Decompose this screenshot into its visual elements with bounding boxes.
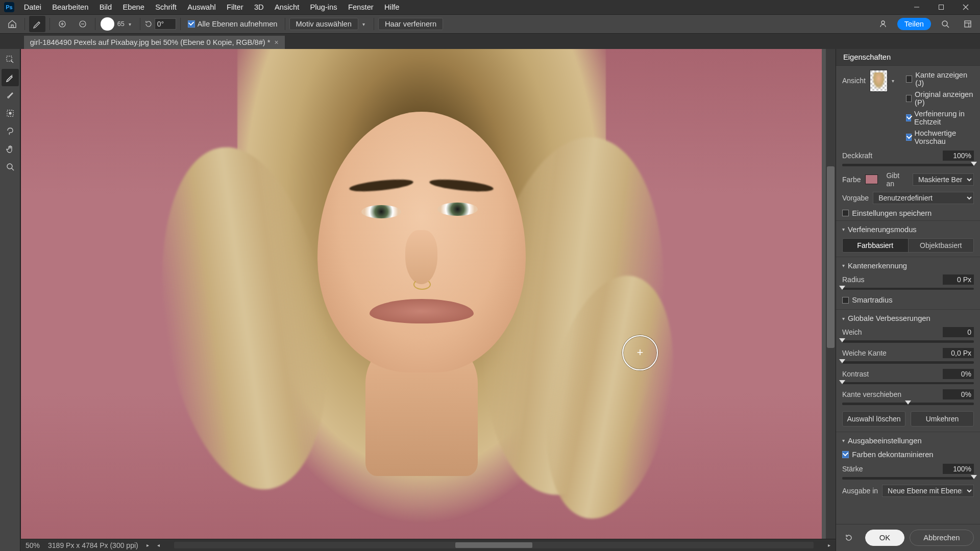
show-original-checkbox[interactable]: Original anzeigen (P) (906, 89, 974, 108)
feather-slider[interactable] (842, 361, 974, 364)
radius-slider[interactable] (842, 288, 974, 290)
sample-all-layers-checkbox[interactable]: Alle Ebenen aufnehmen (185, 20, 280, 28)
menu-ebene[interactable]: Ebene (117, 1, 150, 13)
preset-label: Vorgabe (842, 194, 869, 202)
chevron-down-icon: ▾ (842, 227, 845, 232)
checkbox-icon (842, 451, 849, 458)
menu-datei[interactable]: Datei (18, 1, 47, 13)
tab-close-icon[interactable]: × (275, 38, 279, 46)
select-subject-button[interactable]: Motiv auswählen (289, 18, 358, 30)
smooth-value[interactable]: 0 (943, 327, 974, 337)
shift-edge-value[interactable]: 0% (943, 389, 974, 399)
strength-slider[interactable] (842, 477, 974, 480)
opacity-slider[interactable] (842, 164, 974, 166)
smart-radius-checkbox[interactable]: Smartradius (842, 295, 893, 305)
checkbox-icon (188, 20, 194, 27)
document-tab[interactable]: girl-1846490 Pexels auf Pixabay.jpg bei … (24, 36, 285, 49)
brush-tool-icon[interactable] (2, 87, 19, 104)
brush-size-value: 65 (117, 20, 125, 28)
lasso-tool-icon[interactable] (2, 122, 19, 140)
brush-dropdown-icon[interactable]: ▾ (129, 21, 136, 27)
indicates-label: Gibt an (886, 171, 909, 188)
status-bar: 50% 3189 Px x 4784 Px (300 ppi) ▸ ◂ ▸ (20, 539, 836, 551)
indicates-select[interactable]: Maskierte Bereiche (913, 173, 974, 186)
checkbox-icon (906, 95, 912, 102)
sample-all-layers-label: Alle Ebenen aufnehmen (198, 20, 278, 28)
show-edge-checkbox[interactable]: Kante anzeigen (J) (906, 70, 974, 88)
status-prev-icon[interactable]: ◂ (157, 542, 160, 548)
invert-button[interactable]: Umkehren (911, 411, 974, 427)
menu-bearbeiten[interactable]: Bearbeiten (47, 1, 94, 13)
menu-hilfe[interactable]: Hilfe (379, 1, 405, 13)
preset-select[interactable]: Benutzerdefiniert (873, 192, 974, 204)
canvas-horizontal-scrollbar[interactable] (174, 542, 814, 548)
view-dropdown-icon[interactable]: ▾ (892, 78, 899, 84)
global-refinements-section[interactable]: ▾Globale Verbesserungen (836, 312, 980, 325)
home-icon[interactable] (4, 16, 20, 32)
share-button[interactable]: Teilen (897, 18, 931, 30)
opacity-value[interactable]: 100% (943, 151, 974, 161)
window-maximize-icon[interactable] (929, 0, 953, 14)
overlay-color-swatch[interactable] (865, 174, 878, 184)
output-settings-section[interactable]: ▾Ausgabeeinstellungen (836, 434, 980, 447)
smooth-slider[interactable] (842, 340, 974, 343)
reset-icon[interactable] (842, 531, 855, 545)
cloud-docs-icon[interactable] (875, 16, 891, 32)
workspace-switcher-icon[interactable] (960, 16, 976, 32)
view-mode-thumbnail[interactable] (870, 70, 888, 92)
canvas[interactable]: + (20, 49, 836, 539)
window-minimize-icon[interactable] (904, 0, 929, 14)
refine-hair-button[interactable]: Haar verfeinern (378, 18, 443, 30)
mode-object-button[interactable]: Objektbasiert (909, 239, 974, 252)
options-bar: 65 ▾ Alle Ebenen aufnehmen Motiv auswähl… (0, 14, 980, 34)
refine-edge-brush-tool-icon[interactable] (2, 69, 19, 86)
clear-selection-button[interactable]: Auswahl löschen (842, 411, 905, 427)
shift-edge-slider[interactable] (842, 403, 974, 405)
status-next-icon[interactable]: ▸ (828, 542, 830, 548)
svg-rect-1 (939, 5, 944, 10)
high-quality-checkbox[interactable]: Hochwertige Vorschau (906, 128, 974, 146)
decontaminate-colors-checkbox[interactable]: Farben dekontaminieren (842, 449, 934, 460)
document-image (21, 49, 822, 539)
menu-ansicht[interactable]: Ansicht (269, 1, 304, 13)
realtime-refine-checkbox[interactable]: Verfeinerung in Echtzeit (906, 109, 974, 127)
quick-select-tool-icon[interactable] (2, 51, 19, 68)
menu-bild[interactable]: Bild (94, 1, 117, 13)
properties-tab[interactable]: Eigenschaften (836, 49, 980, 66)
save-settings-checkbox[interactable]: Einstellungen speichern (842, 208, 932, 218)
ok-button[interactable]: OK (865, 530, 904, 546)
status-chevron-icon[interactable]: ▸ (146, 542, 149, 548)
menu-3d[interactable]: 3D (249, 1, 269, 13)
edge-detect-section[interactable]: ▾Kantenerkennung (836, 259, 980, 272)
rotation-input[interactable] (155, 18, 177, 30)
panel-footer: OK Abbrechen (836, 524, 980, 551)
strength-value[interactable]: 100% (943, 464, 974, 474)
tool-preset-icon[interactable] (29, 16, 45, 32)
zoom-level[interactable]: 50% (26, 541, 40, 549)
search-icon[interactable] (937, 16, 953, 32)
contrast-slider[interactable] (842, 382, 974, 385)
zoom-tool-icon[interactable] (2, 158, 19, 176)
canvas-vertical-scrollbar[interactable] (826, 49, 836, 539)
mode-color-button[interactable]: Farbbasiert (843, 239, 909, 252)
hand-tool-icon[interactable] (2, 140, 19, 158)
menu-auswahl[interactable]: Auswahl (182, 1, 222, 13)
menu-schrift[interactable]: Schrift (150, 1, 182, 13)
refine-mode-section[interactable]: ▾Verfeinerungsmodus (836, 223, 980, 236)
menu-filter[interactable]: Filter (221, 1, 249, 13)
menu-fenster[interactable]: Fenster (342, 1, 379, 13)
subtract-from-selection-icon[interactable] (75, 16, 91, 32)
menu-plugins[interactable]: Plug-ins (305, 1, 342, 13)
output-to-select[interactable]: Neue Ebene mit Ebenenmaske (882, 485, 974, 497)
object-select-tool-icon[interactable] (2, 105, 19, 122)
select-subject-dropdown-icon[interactable]: ▾ (362, 21, 370, 27)
window-close-icon[interactable] (953, 0, 978, 14)
contrast-value[interactable]: 0% (943, 369, 974, 379)
radius-value[interactable]: 0 Px (943, 274, 974, 285)
document-dimensions: 3189 Px x 4784 Px (300 ppi) (48, 541, 138, 549)
cancel-button[interactable]: Abbrechen (910, 530, 974, 546)
brush-preview-icon[interactable] (101, 17, 114, 31)
feather-value[interactable]: 0,0 Px (943, 348, 974, 358)
svg-point-10 (942, 21, 947, 26)
add-to-selection-icon[interactable] (54, 16, 70, 32)
